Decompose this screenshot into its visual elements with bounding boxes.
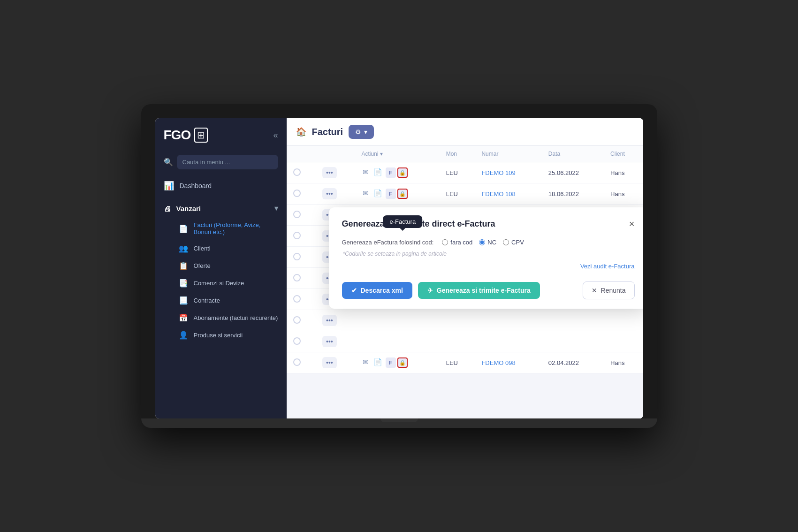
invoice-link[interactable]: FDEMO 098	[481, 359, 515, 366]
row-client: Hans	[604, 352, 643, 373]
pdf-icon[interactable]: 📄	[373, 358, 382, 366]
modal-cod-label: Genereaza eFactura folosind cod:	[342, 239, 434, 246]
sidebar-collapse-button[interactable]: «	[273, 130, 278, 140]
f-badge[interactable]: F	[386, 189, 396, 199]
sidebar-search: 🔍	[155, 152, 287, 176]
modal-close-button[interactable]: ×	[629, 219, 635, 229]
search-input[interactable]	[177, 155, 278, 169]
radio-nc[interactable]: NC	[479, 239, 496, 246]
clienti-icon: 👥	[179, 244, 188, 253]
row-checkbox[interactable]	[293, 190, 301, 197]
col-actiuni: Actiuni ▾	[355, 146, 439, 162]
download-xml-button[interactable]: ✔ Descarca xml	[342, 282, 412, 299]
facturi-label: Facturi (Proforme, Avize, Bonuri etc.)	[194, 221, 278, 236]
gear-icon: ⚙	[355, 128, 361, 136]
chevron-down-icon: ▾	[274, 204, 278, 213]
audit-link[interactable]: Vezi audit e-Factura	[580, 263, 635, 270]
col-numar: Numar	[475, 146, 541, 162]
radio-nc-label: NC	[487, 239, 496, 246]
pdf-icon[interactable]: 📄	[373, 168, 382, 176]
contracte-label: Contracte	[194, 297, 220, 304]
send-icon: ✈	[427, 287, 433, 294]
row-client: Hans	[604, 162, 643, 183]
efactura-tooltip: e-Factura	[383, 215, 422, 228]
email-icon[interactable]: ✉	[363, 168, 369, 176]
row-dots-button[interactable]: •••	[322, 357, 337, 368]
radio-cpv-label: CPV	[511, 239, 524, 246]
sidebar-item-comenzi[interactable]: 📑 Comenzi si Devize	[164, 274, 278, 292]
sidebar-item-facturi[interactable]: 📄 Facturi (Proforme, Avize, Bonuri etc.)	[164, 217, 278, 240]
row-client: Hans	[604, 183, 643, 205]
vanzari-section-header[interactable]: 🖨 Vanzari ▾	[164, 199, 278, 217]
email-icon[interactable]: ✉	[363, 358, 369, 366]
efactura-icon[interactable]: 🔒	[397, 189, 408, 199]
sidebar-item-dashboard[interactable]: 📊 Dashboard	[155, 176, 287, 196]
clienti-label: Clienti	[194, 245, 211, 252]
radio-fara-cod[interactable]: fara cod	[442, 239, 472, 246]
modal-note: *Codurile se seteaza in pagina de artico…	[343, 251, 635, 257]
row-checkbox[interactable]	[293, 253, 301, 260]
col-actions-label	[316, 146, 355, 162]
pdf-icon[interactable]: 📄	[373, 189, 382, 197]
cancel-button[interactable]: ✕ Renunta	[583, 281, 635, 299]
oferte-icon: 📋	[179, 261, 188, 270]
dashboard-icon: 📊	[164, 181, 174, 191]
row-checkbox[interactable]	[293, 337, 301, 345]
efactura-icon[interactable]: 🔒	[397, 167, 408, 178]
abonamente-icon: 📅	[179, 313, 188, 322]
row-checkbox[interactable]	[293, 274, 301, 281]
send-efactura-button[interactable]: ✈ Genereaza si trimite e-Factura	[418, 282, 540, 299]
row-dots-button[interactable]: •••	[322, 315, 337, 326]
email-icon[interactable]: ✉	[363, 189, 369, 197]
gear-dropdown-arrow: ▾	[364, 128, 367, 136]
logo: FGO ⊞	[164, 128, 208, 143]
row-checkbox[interactable]	[293, 358, 301, 366]
table-row: •••	[287, 331, 643, 352]
main-content: 🏠 Facturi ⚙ ▾ Actiuni ▾	[287, 118, 643, 418]
sidebar-item-produse[interactable]: 👤 Produse si servicii	[164, 327, 278, 344]
checkmark-icon: ✔	[351, 287, 357, 294]
row-dots-button[interactable]: •••	[322, 167, 337, 178]
invoice-link[interactable]: FDEMO 109	[481, 169, 515, 176]
facturi-icon: 📄	[179, 224, 188, 233]
radio-input-fara-cod[interactable]	[442, 239, 448, 245]
sidebar-item-oferte[interactable]: 📋 Oferte	[164, 257, 278, 274]
laptop-base	[141, 418, 657, 428]
radio-input-nc[interactable]	[479, 239, 485, 245]
row-checkbox[interactable]	[293, 316, 301, 324]
row-mon: LEU	[440, 162, 475, 183]
row-checkbox[interactable]	[293, 295, 301, 303]
f-badge[interactable]: F	[386, 357, 396, 368]
sidebar-item-contracte[interactable]: 📃 Contracte	[164, 292, 278, 309]
row-checkbox[interactable]	[293, 211, 301, 218]
efactura-modal: Genereaza sau trimite direct e-Factura ×…	[329, 207, 643, 309]
f-badge[interactable]: F	[386, 167, 396, 178]
row-data: 25.06.2022	[542, 162, 604, 183]
sidebar-item-clienti[interactable]: 👥 Clienti	[164, 240, 278, 257]
gear-dropdown-button[interactable]: ⚙ ▾	[349, 125, 374, 139]
download-xml-label: Descarca xml	[361, 287, 403, 294]
laptop-shell: FGO ⊞ « 🔍 📊 Dashboard 🖨 Vanzari ▾	[141, 104, 657, 428]
row-checkbox[interactable]	[293, 168, 301, 176]
cancel-label: Renunta	[601, 287, 626, 294]
row-data: 02.04.2022	[542, 352, 604, 373]
modal-body: Genereaza eFactura folosind cod: fara co…	[342, 239, 635, 299]
row-checkbox[interactable]	[293, 232, 301, 239]
produse-icon: 👤	[179, 331, 188, 340]
invoice-link[interactable]: FDEMO 108	[481, 190, 515, 198]
sidebar-header: FGO ⊞ «	[155, 118, 287, 152]
radio-cpv[interactable]: CPV	[503, 239, 524, 246]
sidebar-item-abonamente[interactable]: 📅 Abonamente (facturi recurente)	[164, 309, 278, 327]
laptop-screen: FGO ⊞ « 🔍 📊 Dashboard 🖨 Vanzari ▾	[155, 118, 643, 418]
logo-text: FGO	[164, 128, 191, 143]
home-icon[interactable]: 🏠	[296, 127, 306, 137]
table-row: •••	[287, 310, 643, 331]
row-dots-button[interactable]: •••	[322, 336, 337, 347]
cancel-icon: ✕	[592, 287, 597, 294]
produse-label: Produse si servicii	[194, 332, 243, 339]
col-data: Data	[542, 146, 604, 162]
modal-actions: ✔ Descarca xml ✈ Genereaza si trimite e-…	[342, 281, 635, 299]
efactura-icon[interactable]: 🔒	[397, 357, 408, 368]
row-dots-button[interactable]: •••	[322, 188, 337, 199]
radio-input-cpv[interactable]	[503, 239, 509, 245]
